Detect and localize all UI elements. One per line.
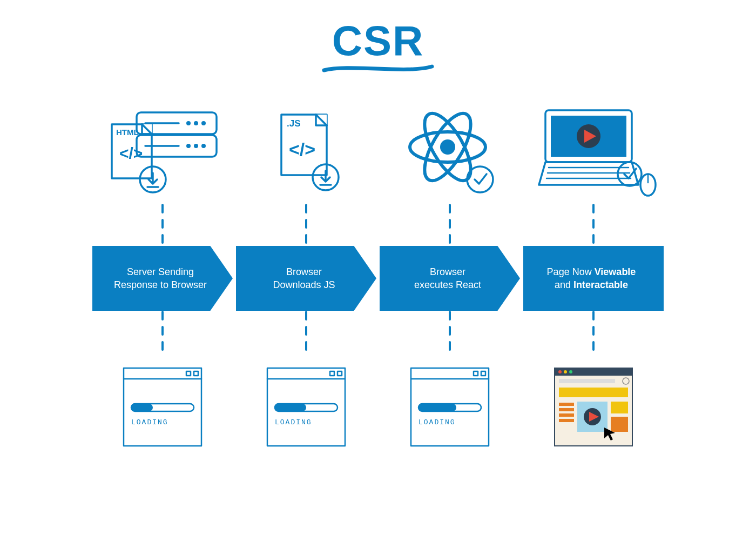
stage-1-label-box: Server SendingResponse to Browser <box>92 246 233 311</box>
svg-point-72 <box>564 370 567 373</box>
svg-point-42 <box>440 139 455 155</box>
stage-4-label-box: Page Now Viewableand Interactable <box>523 246 664 311</box>
connector-top <box>380 204 520 246</box>
svg-rect-38 <box>338 371 342 376</box>
svg-point-3 <box>186 121 191 125</box>
svg-text:HTML: HTML <box>116 128 139 137</box>
svg-point-1 <box>201 121 206 125</box>
svg-rect-78 <box>559 408 574 411</box>
svg-point-6 <box>201 144 206 148</box>
connector-bottom <box>523 311 664 353</box>
stages-row: HTML </> Server SendingResponse to Brows… <box>0 101 756 461</box>
stage-3-label-box: Browserexecutes React <box>380 246 520 311</box>
connector-top <box>523 204 664 246</box>
connector-bottom <box>92 311 233 353</box>
stage-4: Page Now Viewableand Interactable <box>523 101 664 461</box>
svg-text:LOADING: LOADING <box>131 418 168 426</box>
svg-rect-54 <box>418 404 456 411</box>
svg-point-7 <box>194 144 198 148</box>
svg-rect-52 <box>481 371 485 376</box>
server-html-icon: HTML </> <box>92 101 233 204</box>
svg-text:</>: </> <box>119 144 143 162</box>
svg-point-73 <box>569 370 572 373</box>
svg-rect-84 <box>611 402 628 413</box>
svg-rect-21 <box>186 371 191 376</box>
svg-point-2 <box>194 121 198 125</box>
connector-top <box>236 204 376 246</box>
loading-window-icon: LOADING <box>236 353 376 461</box>
svg-rect-77 <box>559 403 574 406</box>
js-file-icon: .JS </> <box>236 101 376 204</box>
connector-bottom <box>236 311 376 353</box>
loading-window-icon: LOADING <box>380 353 520 461</box>
stage-2-label: BrowserDownloads JS <box>273 265 335 292</box>
svg-rect-40 <box>275 404 306 411</box>
svg-rect-24 <box>131 404 153 411</box>
svg-rect-51 <box>474 371 478 376</box>
stage-2-label-box: BrowserDownloads JS <box>236 246 376 311</box>
react-icon <box>380 101 520 204</box>
svg-text:</>: </> <box>289 139 315 159</box>
svg-rect-76 <box>559 388 628 397</box>
stage-2: .JS </> BrowserDownloads JS <box>236 101 376 461</box>
connector-bottom <box>380 311 520 353</box>
diagram-title: CSR <box>332 16 424 65</box>
loading-window-icon: LOADING <box>92 353 233 461</box>
laptop-ready-icon <box>523 101 664 204</box>
svg-point-8 <box>186 144 191 148</box>
svg-rect-22 <box>194 371 198 376</box>
svg-text:LOADING: LOADING <box>275 418 312 426</box>
stage-3: Browserexecutes React LOADING <box>380 101 520 461</box>
stage-1: HTML </> Server SendingResponse to Brows… <box>92 101 233 461</box>
diagram-title-block: CSR <box>0 0 756 74</box>
svg-point-71 <box>558 370 562 373</box>
svg-rect-80 <box>559 419 574 422</box>
stage-3-label: Browserexecutes React <box>414 265 481 292</box>
stage-1-label: Server SendingResponse to Browser <box>114 265 207 292</box>
connector-top <box>92 204 233 246</box>
svg-rect-85 <box>611 417 628 432</box>
svg-text:LOADING: LOADING <box>418 418 456 426</box>
svg-point-46 <box>467 166 493 192</box>
stage-4-label: Page Now Viewableand Interactable <box>547 265 636 292</box>
svg-rect-79 <box>559 413 574 417</box>
svg-text:.JS: .JS <box>287 118 301 129</box>
rendered-page-icon <box>523 353 664 461</box>
svg-point-64 <box>618 162 642 186</box>
svg-rect-37 <box>330 371 334 376</box>
svg-rect-74 <box>559 379 615 383</box>
